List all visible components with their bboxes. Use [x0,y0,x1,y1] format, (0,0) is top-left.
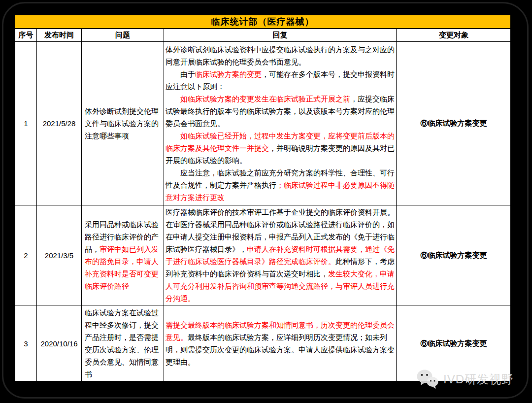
cell-question: 体外诊断试剂提交伦理文件与临床试验方案的注意哪些事项 [82,42,164,205]
text-segment: 由于 [180,70,195,78]
spreadsheet-card: 临床统计部（医疗器械） 序号发布时间问题回复变更对象 12021/5/28体外诊… [14,15,511,381]
reply-paragraph: 需提交最终版本的临床试验方案和知情同意书，历次变更的伦理委员会意见。最终版本的临… [166,319,395,368]
watermark-label: IVD研发视野 [443,371,514,387]
reply-paragraph: 如临床试验已经开始，过程中发生方案变更，应将变更前后版本的临床方案及其伦理文件一… [166,130,395,167]
cell-reply: 需提交最终版本的临床试验方案和知情同意书，历次变更的伦理委员会意见。最终版本的临… [164,305,397,382]
text-segment: 临床试验方案的变更 [195,70,262,78]
cell-question: 采用同品种或临床试验路径进行临床评价的产品，审评中如已列入发布的豁免目录，申请人… [82,205,164,305]
text-segment: 临床试验方案在试验过程中经多次修订，提交产品注册时，是否需提交历次试验方案、伦理… [85,308,159,378]
reply-text: 医疗器械临床评价的技术审评工作基于企业提交的临床评价资料开展。在审医疗器械采用同… [166,206,395,304]
reply-paragraph: 由于临床试验方案的变更，可能存在多个版本号，提交申报资料时应注意以下原则： [166,68,395,93]
column-header-2: 问题 [82,29,164,42]
wechat-icon [416,369,439,390]
text-segment: 体外诊断试剂提交伦理文件与临床试验方案的注意哪些事项 [85,107,159,140]
reply-text: 体外诊断试剂临床试验资料中应提交临床试验执行的方案及与之对应的同意开展临床试验的… [166,43,395,203]
reply-paragraph: 如临床试验方案的变更发生在临床试验正式开展之前，应提交临床试验最终执行的版本号的… [166,93,395,130]
column-header-0: 序号 [15,29,37,42]
text-segment: 如临床试验方案的变更发生在临床试验正式开展之前 [180,95,350,103]
table-row: 12021/5/28体外诊断试剂提交伦理文件与临床试验方案的注意哪些事项体外诊断… [15,42,511,205]
cell-change-target: ⑥临床试验方案变更 [397,42,511,205]
text-segment: 体外诊断试剂临床试验资料中应提交临床试验执行的方案及与之对应的同意开展临床试验的… [166,45,395,66]
cell-publish-date: 2020/10/16 [37,305,82,382]
reply-paragraph: 应当注意，临床试验之前应充分研究方案的科学性、合理性、可行性及合规性，制定方案并… [166,167,395,203]
window-frame: 临床统计部（医疗器械） 序号发布时间问题回复变更对象 12021/5/28体外诊… [2,2,529,399]
column-header-3: 回复 [164,29,397,42]
qa-table: 序号发布时间问题回复变更对象 12021/5/28体外诊断试剂提交伦理文件与临床… [15,29,511,382]
cell-reply: 医疗器械临床评价的技术审评工作基于企业提交的临床评价资料开展。在审医疗器械采用同… [164,205,397,305]
column-header-4: 变更对象 [397,29,511,42]
reply-paragraph: 医疗器械临床评价的技术审评工作基于企业提交的临床评价资料开展。在审医疗器械采用同… [166,206,395,304]
cell-publish-date: 2021/5/28 [37,42,82,205]
cell-question: 临床试验方案在试验过程中经多次修订，提交产品注册时，是否需提交历次试验方案、伦理… [82,305,164,382]
cell-change-target: ⑥临床试验方案变更 [397,205,511,305]
reply-text: 需提交最终版本的临床试验方案和知情同意书，历次变更的伦理委员会意见。最终版本的临… [166,319,395,368]
table-header-row: 序号发布时间问题回复变更对象 [15,29,511,42]
column-header-1: 发布时间 [37,29,82,42]
cell-reply: 体外诊断试剂临床试验资料中应提交临床试验执行的方案及与之对应的同意开展临床试验的… [164,42,397,205]
text-segment: 最终版本的临床试验方案，应详细列明历次变更情况；如未列明，则需提交历次变更的临床… [166,333,395,366]
cell-row-number: 1 [15,42,37,205]
cell-row-number: 3 [15,305,37,382]
cell-row-number: 2 [15,205,37,305]
cell-publish-date: 2021/3/5 [37,205,82,305]
watermark: IVD研发视野 [416,369,514,390]
table-row: 22021/3/5采用同品种或临床试验路径进行临床评价的产品，审评中如已列入发布… [15,205,511,305]
table-title: 临床统计部（医疗器械） [15,15,510,29]
reply-paragraph: 体外诊断试剂临床试验资料中应提交临床试验执行的方案及与之对应的同意开展临床试验的… [166,43,395,68]
